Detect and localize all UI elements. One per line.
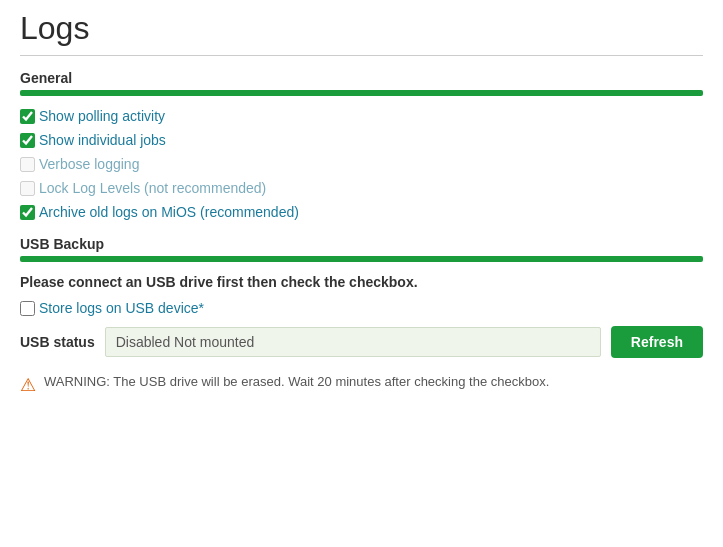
- lock-log-levels-label[interactable]: Lock Log Levels (not recommended): [39, 180, 266, 196]
- usb-status-value: Disabled Not mounted: [105, 327, 601, 357]
- store-usb-row: Store logs on USB device*: [20, 300, 703, 316]
- usb-backup-green-bar: [20, 256, 703, 262]
- verbose-logging-checkbox[interactable]: [20, 157, 35, 172]
- refresh-button[interactable]: Refresh: [611, 326, 703, 358]
- title-divider: [20, 55, 703, 56]
- general-checkbox-list: Show polling activity Show individual jo…: [20, 108, 703, 220]
- warning-text: WARNING: The USB drive will be erased. W…: [44, 374, 549, 389]
- usb-backup-section-title: USB Backup: [20, 236, 703, 252]
- verbose-logging-label[interactable]: Verbose logging: [39, 156, 139, 172]
- usb-status-label: USB status: [20, 334, 95, 350]
- list-item-lock-log-levels: Lock Log Levels (not recommended): [20, 180, 703, 196]
- usb-notice: Please connect an USB drive first then c…: [20, 274, 703, 290]
- general-green-bar: [20, 90, 703, 96]
- warning-row: ⚠ WARNING: The USB drive will be erased.…: [20, 368, 703, 402]
- archive-old-logs-checkbox[interactable]: [20, 205, 35, 220]
- list-item-show-polling: Show polling activity: [20, 108, 703, 124]
- page-title: Logs: [20, 10, 703, 47]
- list-item-show-individual-jobs: Show individual jobs: [20, 132, 703, 148]
- store-usb-label[interactable]: Store logs on USB device*: [39, 300, 204, 316]
- show-individual-jobs-label[interactable]: Show individual jobs: [39, 132, 166, 148]
- general-section-title: General: [20, 70, 703, 86]
- list-item-verbose-logging: Verbose logging: [20, 156, 703, 172]
- list-item-archive-old-logs: Archive old logs on MiOS (recommended): [20, 204, 703, 220]
- lock-log-levels-checkbox[interactable]: [20, 181, 35, 196]
- archive-old-logs-label[interactable]: Archive old logs on MiOS (recommended): [39, 204, 299, 220]
- show-polling-label[interactable]: Show polling activity: [39, 108, 165, 124]
- show-individual-jobs-checkbox[interactable]: [20, 133, 35, 148]
- show-polling-checkbox[interactable]: [20, 109, 35, 124]
- usb-status-row: USB status Disabled Not mounted Refresh: [20, 326, 703, 358]
- store-usb-checkbox[interactable]: [20, 301, 35, 316]
- warning-icon: ⚠: [20, 374, 36, 396]
- usb-backup-section: USB Backup Please connect an USB drive f…: [20, 236, 703, 402]
